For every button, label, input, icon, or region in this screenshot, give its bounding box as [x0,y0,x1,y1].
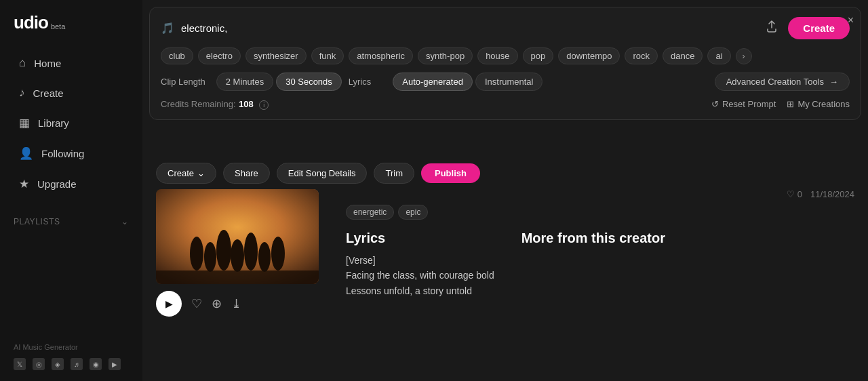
sidebar-item-home[interactable]: ⌂ Home [5,49,137,77]
lyrics-group: Auto-generated Instrumental [393,73,542,91]
sidebar-footer: AI Music Generator 𝕏 ◎ ◈ ♬ ◉ ▶ [0,335,142,381]
tag-synth-pop[interactable]: synth-pop [418,47,473,64]
svg-point-6 [258,242,271,272]
twitter-icon[interactable]: 𝕏 [14,358,26,370]
more-from-creator-title: More from this creator [521,230,665,246]
likes-count: 0 [797,189,802,199]
tag-atmospheric[interactable]: atmospheric [349,47,413,64]
panel-actions: Create [762,17,850,39]
tag-pills-right: energetic epic [346,205,854,220]
reset-prompt-button[interactable]: ↺ Reset Prompt [711,99,776,109]
playlists-chevron[interactable]: ⌄ [121,217,129,226]
my-creations-button[interactable]: ⊞ My Creations [787,99,850,109]
create-dropdown-icon: ⌄ [197,168,205,178]
create-toolbar-label: Create [167,168,194,178]
following-icon: 👤 [19,146,33,161]
song-main: ▶ ♡ ⊕ ⤓ ♡ 0 11/18/2024 energetic epi [156,189,854,317]
lyrics-line1: Facing the class, with courage bold [346,268,494,283]
verse-label: [Verse] [346,253,494,268]
tag-rock[interactable]: rock [625,47,658,64]
credits-info-icon[interactable]: i [259,100,269,110]
download-button[interactable]: ⤓ [231,296,241,311]
sidebar-item-upgrade[interactable]: ★ Upgrade [5,169,137,199]
tag-house[interactable]: house [477,47,517,64]
clip-length-label: Clip Length [161,77,205,87]
logo-area: udio beta [0,0,142,43]
create-button[interactable]: Create [788,17,850,39]
lyrics-autogenerated-button[interactable]: Auto-generated [393,73,473,91]
reddit-icon[interactable]: ◉ [90,358,102,370]
svg-point-1 [190,237,203,270]
tiktok-icon[interactable]: ♬ [71,358,83,370]
tag-energetic[interactable]: energetic [346,205,394,220]
credits-info: Credits Remaining: 108 i [161,98,269,110]
sidebar-item-create[interactable]: ♪ Create [5,79,137,107]
play-button[interactable]: ▶ [156,291,182,317]
credits-value: 108 [239,99,254,109]
tags-next-button[interactable]: › [736,48,752,64]
player-controls: ▶ ♡ ⊕ ⤓ [156,291,319,317]
add-to-playlist-button[interactable]: ⊕ [212,296,222,311]
svg-point-4 [231,239,244,272]
advanced-arrow-icon: → [829,77,838,87]
song-cover-art [156,189,319,284]
edit-song-details-button[interactable]: Edit Song Details [277,163,368,184]
tag-electro[interactable]: electro [198,47,241,64]
trim-button[interactable]: Trim [374,163,414,184]
sidebar-label-create: Create [33,87,64,99]
youtube-icon[interactable]: ▶ [108,358,121,370]
sidebar-item-library[interactable]: ▦ Library [5,108,137,138]
sidebar-label-upgrade: Upgrade [37,178,77,190]
create-toolbar-button[interactable]: Create ⌄ [156,163,216,184]
reset-icon: ↺ [711,99,719,109]
clip-2min-button[interactable]: 2 Minutes [216,73,273,91]
sidebar: udio beta ⌂ Home ♪ Create ▦ Library 👤 Fo… [0,0,142,381]
tag-epic[interactable]: epic [398,205,428,220]
panel-footer: Credits Remaining: 108 i ↺ Reset Prompt … [161,98,850,110]
sidebar-label-following: Following [41,148,84,159]
library-icon: ▦ [19,116,30,130]
lyrics-line2: Lessons unfold, a story untold [346,283,494,298]
svg-point-7 [271,237,285,270]
close-button[interactable]: × [848,14,854,26]
date-display: 11/18/2024 [810,189,854,199]
prompt-input[interactable] [181,22,755,34]
heart-icon: ♡ [787,189,795,199]
upload-button[interactable] [762,17,781,39]
tag-pop[interactable]: pop [523,47,554,64]
lyrics-instrumental-button[interactable]: Instrumental [475,73,543,91]
lyrics-section: Lyrics [Verse] Facing the class, with co… [346,230,494,298]
tags-row: club electro synthesizer funk atmospheri… [161,47,850,64]
instagram-icon[interactable]: ◎ [33,358,45,370]
logo: udio [14,12,48,33]
song-info-column: ♡ 0 11/18/2024 energetic epic Lyrics [Ve… [346,189,854,317]
social-links: 𝕏 ◎ ◈ ♬ ◉ ▶ [14,358,129,370]
tag-dance[interactable]: dance [663,47,703,64]
tag-funk[interactable]: funk [311,47,344,64]
tag-synthesizer[interactable]: synthesizer [245,47,307,64]
like-button[interactable]: ♡ [191,296,202,311]
lyrics-title: Lyrics [346,230,494,246]
credits-label: Credits Remaining: [161,99,236,109]
advanced-creation-tools-button[interactable]: Advanced Creation Tools → [715,73,850,91]
song-meta: ♡ 0 11/18/2024 [346,189,854,199]
clip-30sec-button[interactable]: 30 Seconds [276,73,342,91]
publish-button[interactable]: Publish [421,163,480,183]
sidebar-label-library: Library [38,117,69,129]
creation-panel: × 🎵 Create club electro synthesizer funk… [149,7,861,120]
reset-label: Reset Prompt [722,99,776,109]
sidebar-item-following[interactable]: 👤 Following [5,139,137,168]
likes-display: ♡ 0 [787,189,802,199]
discord-icon[interactable]: ◈ [52,358,64,370]
sidebar-label-home: Home [34,58,61,69]
beta-badge: beta [51,22,65,31]
my-creations-label: My Creations [797,99,850,109]
tag-downtempo[interactable]: downtempo [558,47,620,64]
page-content: Create ⌄ Share Edit Song Details Trim Pu… [142,163,868,381]
create-icon: ♪ [19,86,25,100]
playlists-section: PLAYLISTS ⌄ [0,205,142,232]
share-button[interactable]: Share [223,163,270,184]
svg-point-2 [204,242,216,272]
tag-club[interactable]: club [161,47,193,64]
tag-ai[interactable]: ai [707,47,730,64]
